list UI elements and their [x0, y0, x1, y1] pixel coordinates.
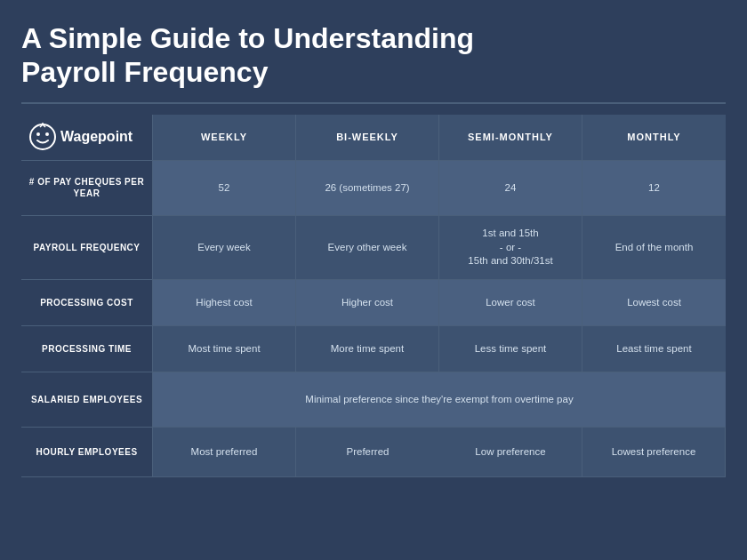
data-hourly-weekly: Most preferred — [153, 428, 296, 477]
data-time-monthly: Least time spent — [582, 326, 726, 372]
title-section: A Simple Guide to Understanding Payroll … — [21, 21, 726, 90]
header-biweekly-label: BI-WEEKLY — [336, 131, 398, 144]
val-hourly-monthly: Lowest preference — [612, 445, 696, 460]
label-pay-cheques: # OF PAY CHEQUES PER YEAR — [21, 161, 153, 216]
data-hourly-semimonthly: Low preference — [439, 428, 582, 477]
val-salaried-merged: Minimal preference since they're exempt … — [305, 393, 573, 407]
header-monthly-label: MONTHLY — [627, 131, 680, 144]
data-time-semimonthly: Less time spent — [439, 326, 582, 372]
page-wrapper: A Simple Guide to Understanding Payroll … — [0, 0, 747, 560]
data-cost-semimonthly: Lower cost — [439, 280, 582, 326]
data-cost-monthly: Lowest cost — [582, 280, 726, 326]
val-pay-cheques-biweekly: 26 (sometimes 27) — [325, 181, 409, 196]
val-hourly-weekly: Most preferred — [191, 445, 258, 460]
data-frequency-biweekly: Every other week — [296, 216, 439, 280]
data-time-weekly: Most time spent — [153, 326, 296, 372]
header-weekly: WEEKLY — [153, 115, 296, 161]
val-frequency-monthly: End of the month — [615, 241, 694, 255]
title-line1-text: A Simple Guide to Understanding — [21, 22, 474, 54]
data-salaried-merged: Minimal preference since they're exempt … — [153, 372, 726, 428]
val-pay-cheques-monthly: 12 — [648, 181, 660, 196]
val-pay-cheques-weekly: 52 — [219, 181, 230, 196]
data-pay-cheques-monthly: 12 — [582, 161, 726, 216]
data-cost-biweekly: Higher cost — [296, 280, 439, 326]
main-table: Wagepoint WEEKLY BI-WEEKLY SEMI-MONTHLY … — [21, 115, 726, 546]
label-time-text: PROCESSING TIME — [42, 343, 132, 356]
svg-point-2 — [45, 132, 49, 136]
wagepoint-logo-icon — [28, 123, 57, 151]
data-time-biweekly: More time spent — [296, 326, 439, 372]
label-hourly: HOURLY EMPLOYEES — [21, 428, 153, 477]
data-frequency-semimonthly: 1st and 15th- or -15th and 30th/31st — [439, 216, 582, 280]
val-frequency-semimonthly: 1st and 15th- or -15th and 30th/31st — [468, 227, 552, 268]
data-pay-cheques-biweekly: 26 (sometimes 27) — [296, 161, 439, 216]
label-pay-cheques-text: # OF PAY CHEQUES PER YEAR — [28, 176, 145, 200]
val-cost-weekly: Highest cost — [196, 296, 252, 310]
header-weekly-label: WEEKLY — [201, 131, 247, 144]
data-frequency-monthly: End of the month — [582, 216, 726, 280]
divider — [21, 102, 726, 104]
title-line2-text: Payroll Frequency — [21, 56, 268, 88]
label-salaried-text: SALARIED EMPLOYEES — [31, 394, 142, 406]
val-time-biweekly: More time spent — [331, 342, 404, 356]
data-pay-cheques-semimonthly: 24 — [439, 161, 582, 216]
label-frequency-text: PAYROLL FREQUENCY — [34, 242, 141, 254]
data-hourly-monthly: Lowest preference — [582, 428, 726, 477]
val-time-weekly: Most time spent — [188, 342, 260, 356]
header-semimonthly: SEMI-MONTHLY — [439, 115, 582, 161]
svg-point-0 — [30, 124, 55, 149]
val-cost-monthly: Lowest cost — [627, 296, 681, 310]
label-cost: PROCESSING COST — [21, 280, 153, 326]
label-frequency: PAYROLL FREQUENCY — [21, 216, 153, 280]
val-time-semimonthly: Less time spent — [475, 342, 547, 356]
logo-container: Wagepoint — [28, 123, 133, 151]
logo-text: Wagepoint — [60, 127, 133, 147]
data-frequency-weekly: Every week — [153, 216, 296, 280]
logo-cell: Wagepoint — [21, 115, 153, 161]
header-monthly: MONTHLY — [582, 115, 726, 161]
svg-point-1 — [36, 132, 40, 136]
data-hourly-biweekly: Preferred — [296, 428, 439, 477]
data-cost-weekly: Highest cost — [153, 280, 296, 326]
title-line1: A Simple Guide to Understanding Payroll … — [21, 21, 726, 90]
val-hourly-biweekly: Preferred — [347, 445, 390, 460]
val-pay-cheques-semimonthly: 24 — [505, 181, 517, 196]
header-biweekly: BI-WEEKLY — [296, 115, 439, 161]
val-time-monthly: Least time spent — [616, 342, 691, 356]
val-hourly-semimonthly: Low preference — [475, 445, 545, 460]
label-time: PROCESSING TIME — [21, 326, 153, 372]
header-semimonthly-label: SEMI-MONTHLY — [468, 131, 553, 144]
data-pay-cheques-weekly: 52 — [153, 161, 296, 216]
val-cost-biweekly: Higher cost — [341, 296, 393, 310]
val-frequency-biweekly: Every other week — [328, 241, 407, 255]
label-salaried: SALARIED EMPLOYEES — [21, 372, 153, 428]
label-hourly-text: HOURLY EMPLOYEES — [36, 446, 137, 459]
label-cost-text: PROCESSING COST — [40, 297, 133, 309]
val-cost-semimonthly: Lower cost — [486, 296, 535, 310]
val-frequency-weekly: Every week — [197, 241, 250, 255]
